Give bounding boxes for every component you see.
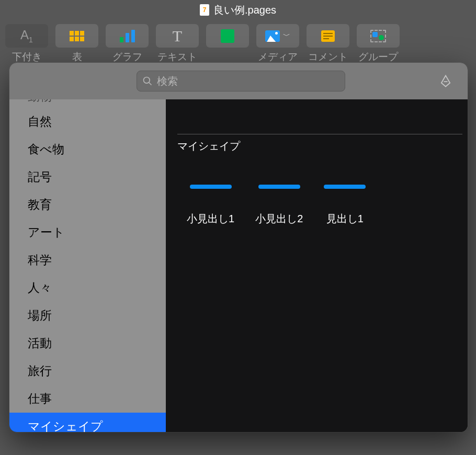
svg-point-0: [144, 77, 150, 84]
sidebar-item-people[interactable]: 人々: [9, 274, 166, 302]
sidebar-item-myshapes[interactable]: マイシェイプ: [9, 413, 166, 432]
document-title: 良い例.pages: [213, 3, 276, 17]
toolbar: A1 下付き 表 グラフ T テキスト: [0, 20, 476, 64]
category-sidebar: 動物 自然 食べ物 記号 教育 アート 科学 人々 場所 活動 旅行 仕事 マイ…: [9, 99, 166, 432]
toolbar-label: メディア: [258, 50, 298, 64]
sidebar-item-education[interactable]: 教育: [9, 191, 166, 219]
toolbar-group[interactable]: グループ: [357, 24, 400, 64]
sidebar-item-science[interactable]: 科学: [9, 246, 166, 274]
group-icon: [370, 30, 386, 42]
sidebar-item-travel[interactable]: 旅行: [9, 357, 166, 385]
shape-item[interactable]: 見出し1: [324, 174, 366, 226]
toolbar-shape[interactable]: [206, 24, 249, 64]
sidebar-item-places[interactable]: 場所: [9, 302, 166, 329]
text-icon: T: [173, 27, 182, 45]
sidebar-item-food[interactable]: 食べ物: [9, 135, 166, 163]
sidebar-item-animals[interactable]: 動物: [9, 99, 166, 108]
toolbar-media[interactable]: ﹀ メディア: [256, 24, 299, 64]
search-input[interactable]: [157, 75, 339, 87]
toolbar-table[interactable]: 表: [55, 24, 98, 64]
toolbar-label: グラフ: [112, 50, 142, 64]
shape-preview: [258, 185, 300, 189]
section-title: マイシェイプ: [177, 139, 462, 153]
sidebar-item-work[interactable]: 仕事: [9, 385, 166, 413]
sidebar-item-symbols[interactable]: 記号: [9, 163, 166, 191]
toolbar-chart[interactable]: グラフ: [106, 24, 149, 64]
shape-item[interactable]: 小見出し1: [187, 174, 234, 226]
table-icon: [70, 31, 84, 41]
toolbar-label: テキスト: [157, 50, 197, 64]
toolbar-label: 下付き: [12, 50, 42, 64]
titlebar: 良い例.pages: [0, 0, 476, 20]
media-icon: ﹀: [265, 30, 290, 42]
shape-popover: 動物 自然 食べ物 記号 教育 アート 科学 人々 場所 活動 旅行 仕事 マイ…: [9, 63, 468, 432]
document-icon: [200, 4, 209, 16]
shapes-grid: 小見出し1 小見出し2 見出し1: [187, 174, 462, 226]
popover-body: 動物 自然 食べ物 記号 教育 アート 科学 人々 場所 活動 旅行 仕事 マイ…: [9, 99, 468, 432]
shapes-content: マイシェイプ 小見出し1 小見出し2 見出し1: [166, 99, 468, 432]
toolbar-subscript[interactable]: A1 下付き: [5, 24, 48, 64]
comment-icon: [321, 30, 335, 42]
shape-preview: [190, 185, 232, 189]
shape-preview: [324, 185, 366, 189]
chart-icon: [120, 30, 135, 42]
toolbar-comment[interactable]: コメント: [307, 24, 349, 64]
shape-item[interactable]: 小見出し2: [255, 174, 303, 226]
popover-arrow: [233, 63, 252, 64]
sidebar-item-activities[interactable]: 活動: [9, 329, 166, 357]
sidebar-item-nature[interactable]: 自然: [9, 108, 166, 135]
shape-label: 見出し1: [326, 212, 364, 226]
toolbar-label: 表: [72, 50, 82, 64]
search-field[interactable]: [137, 71, 345, 92]
shape-icon: [221, 29, 234, 43]
search-icon: [142, 76, 153, 86]
sidebar-item-art[interactable]: アート: [9, 219, 166, 246]
svg-line-1: [149, 83, 152, 85]
toolbar-label: グループ: [358, 50, 398, 64]
toolbar-text[interactable]: T テキスト: [156, 24, 199, 64]
subscript-icon: A1: [20, 28, 33, 44]
shape-label: 小見出し1: [187, 212, 234, 226]
toolbar-label: コメント: [308, 50, 348, 64]
chevron-down-icon: ﹀: [283, 31, 290, 41]
shape-label: 小見出し2: [255, 212, 303, 226]
popover-header: [9, 63, 468, 99]
pen-icon[interactable]: [438, 74, 453, 88]
divider: [177, 134, 462, 134]
